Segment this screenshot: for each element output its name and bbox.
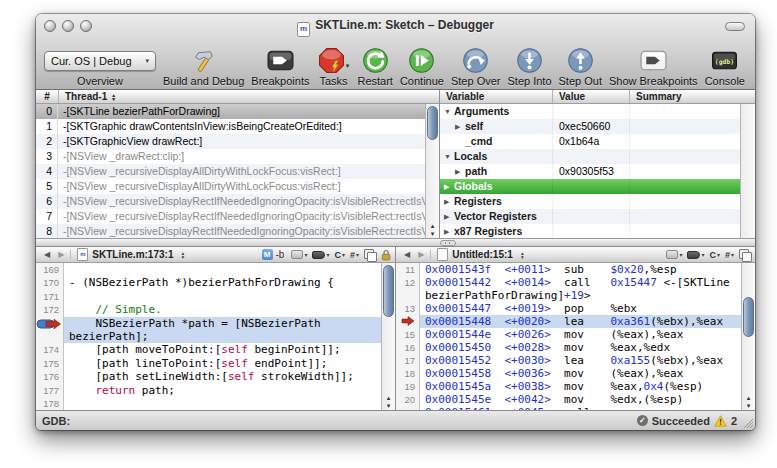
code-line[interactable]: 130x00015447 <+0019> pop %ebx xyxy=(396,302,741,315)
thread-row[interactable]: 6-[NSView _recursiveDisplayRectIfNeededI… xyxy=(36,194,425,209)
disclosure-closed-icon[interactable]: ▶ xyxy=(444,224,454,238)
line-number-gutter-cell[interactable]: 174 xyxy=(36,343,64,356)
code-line[interactable]: 160x00015450 <+0028> mov %eax,%edx xyxy=(396,341,741,354)
code-line[interactable]: 178 xyxy=(36,397,381,410)
line-number-gutter-cell[interactable]: 11 xyxy=(396,263,420,276)
line-number-gutter-cell[interactable] xyxy=(36,330,64,343)
source-editor[interactable]: 169170- (NSBezierPath *)bezierPathForDra… xyxy=(36,263,396,410)
line-number-gutter-cell[interactable]: 176 xyxy=(36,370,64,383)
horizontal-splitter[interactable] xyxy=(36,238,755,247)
scroll-down-arrow[interactable]: ▾ xyxy=(431,230,435,238)
variable-row[interactable]: ▼Locals xyxy=(440,149,740,164)
variables-scrollbar-track[interactable] xyxy=(740,104,755,238)
bookmarks-menu-button[interactable]: ▾ xyxy=(291,250,307,259)
code-line[interactable]: 200x0001545e <+0042> mov %edx,(%esp) xyxy=(396,393,741,406)
thread-row[interactable]: 7-[NSView _recursiveDisplayRectIfNeededI… xyxy=(36,209,425,224)
line-number-gutter-cell[interactable]: 17 xyxy=(396,354,420,367)
warning-count[interactable]: 2 xyxy=(731,415,737,427)
step-into-button[interactable]: Step Into xyxy=(507,47,551,87)
tasks-button[interactable]: ▾ Tasks xyxy=(316,47,350,87)
line-number-gutter-cell[interactable]: 20 xyxy=(396,393,420,406)
disclosure-closed-icon[interactable]: ▶ xyxy=(455,119,465,134)
continue-button[interactable]: Continue xyxy=(400,47,444,87)
line-stepper[interactable]: ▴▾ xyxy=(181,251,184,259)
column-header-thread[interactable]: Thread-1 ▴▾ xyxy=(59,90,439,103)
warning-icon[interactable] xyxy=(714,415,727,427)
back-button[interactable]: ◀ xyxy=(400,250,414,259)
overview-popup[interactable]: Cur. OS | Debug▾ xyxy=(44,51,156,71)
line-number-gutter-cell[interactable]: 170 xyxy=(36,276,64,289)
code-line[interactable]: bezierPathForDrawing]+19> xyxy=(396,289,741,302)
forward-button[interactable]: ▶ xyxy=(54,250,71,259)
line-stepper[interactable]: ▴▾ xyxy=(521,251,524,259)
counterparts-menu-button[interactable]: C▾ xyxy=(334,250,345,260)
scroll-up-arrow[interactable]: ▴ xyxy=(387,394,391,402)
thread-row[interactable]: 3-[NSView _drawRect:clip:] xyxy=(36,149,425,164)
column-header-value[interactable]: Value xyxy=(553,90,630,103)
code-line[interactable]: 174 [path moveToPoint:[self beginPoint]]… xyxy=(36,343,381,356)
variable-row[interactable]: ▶Globals xyxy=(440,179,740,194)
scroll-down-arrow[interactable]: ▾ xyxy=(747,402,751,410)
counterpart-toggle-button[interactable] xyxy=(364,249,376,260)
disclosure-closed-icon[interactable]: ▶ xyxy=(444,179,454,194)
code-line[interactable]: NSBezierPath *path = [NSBezierPath xyxy=(36,317,381,330)
code-line[interactable]: 169 xyxy=(36,263,381,276)
column-header-variable[interactable]: Variable xyxy=(440,90,553,103)
disclosure-open-icon[interactable]: ▼ xyxy=(444,104,454,119)
marks-menu-button[interactable]: #▾ xyxy=(725,250,734,260)
thread-row[interactable]: 8-[NSView _recursiveDisplayRectIfNeededI… xyxy=(36,224,425,238)
code-line[interactable]: 170- (NSBezierPath *)bezierPathForDrawin… xyxy=(36,276,381,289)
source-editor-scrollbar[interactable]: ▴ ▾ xyxy=(381,263,395,410)
disassembly-editor[interactable]: 110x0001543f <+0011> sub $0x20,%esp120x0… xyxy=(396,263,755,410)
disclosure-closed-icon[interactable]: ▶ xyxy=(455,164,465,179)
console-button[interactable]: (gdb) Console xyxy=(705,47,745,87)
variable-row[interactable]: ▼Arguments xyxy=(440,104,740,119)
thread-row[interactable]: 5-[NSView _recursiveDisplayAllDirtyWithL… xyxy=(36,179,425,194)
line-number-gutter-cell[interactable]: 172 xyxy=(36,303,64,316)
variable-row[interactable]: ▶path0x90305f53 xyxy=(440,164,740,179)
variable-row[interactable]: ▶self0xec50660 xyxy=(440,119,740,134)
code-line[interactable]: 120x00015442 <+0014> call 0x15447 <-[SKT… xyxy=(396,276,741,289)
thread-row[interactable]: 2-[SKTGraphicView drawRect:] xyxy=(36,134,425,149)
scrollbar-thumb[interactable] xyxy=(743,297,754,337)
disasm-editor-scrollbar[interactable]: ▴ ▾ xyxy=(741,263,755,410)
restart-button[interactable]: Restart xyxy=(357,47,392,87)
column-header-summary[interactable]: Summary xyxy=(630,90,755,103)
scrollbar-thumb[interactable] xyxy=(383,265,394,317)
line-number-gutter-cell[interactable]: 178 xyxy=(36,397,64,410)
file-location-popup[interactable]: SKTLine.m:173:1 xyxy=(92,249,173,260)
step-out-button[interactable]: Step Out xyxy=(559,47,602,87)
code-line[interactable]: 170x00015452 <+0030> lea 0xa155(%ebx),%e… xyxy=(396,354,741,367)
disclosure-closed-icon[interactable]: ▶ xyxy=(444,194,454,209)
variable-row[interactable]: _cmd0x1b64a xyxy=(440,134,740,149)
method-popup[interactable]: -b xyxy=(276,249,285,260)
code-line[interactable]: 171 xyxy=(36,290,381,303)
code-line[interactable]: 110x0001543f <+0011> sub $0x20,%esp xyxy=(396,263,741,276)
disclosure-open-icon[interactable]: ▼ xyxy=(444,149,454,164)
breakpoints-menu-button[interactable]: ▾ xyxy=(312,251,329,259)
bookmarks-menu-button[interactable]: ▾ xyxy=(666,250,682,259)
code-line[interactable]: 180x00015458 <+0036> mov (%eax),%eax xyxy=(396,367,741,380)
line-number-gutter-cell[interactable]: 19 xyxy=(396,380,420,393)
breakpoints-button[interactable]: Breakpoints xyxy=(251,47,309,87)
file-location-popup[interactable]: Untitled:15:1 xyxy=(452,249,513,260)
thread-row[interactable]: 1-[SKTGraphic drawContentsInView:isBeing… xyxy=(36,119,425,134)
resize-grip[interactable] xyxy=(741,416,753,428)
line-number-gutter-cell[interactable]: 15 xyxy=(396,328,420,341)
forward-button[interactable]: ▶ xyxy=(414,250,431,259)
counterpart-toggle-button[interactable] xyxy=(739,249,751,260)
back-button[interactable]: ◀ xyxy=(40,250,54,259)
line-number-gutter-cell[interactable] xyxy=(396,289,420,302)
column-header-number[interactable]: # xyxy=(36,90,59,103)
line-number-gutter-cell[interactable]: 12 xyxy=(396,276,420,289)
scroll-up-arrow[interactable]: ▴ xyxy=(747,394,751,402)
breakpoint-current-line-marker[interactable] xyxy=(36,317,64,330)
line-number-gutter-cell[interactable]: 169 xyxy=(36,263,64,276)
program-counter-arrow[interactable] xyxy=(396,315,420,328)
breakpoints-menu-button[interactable]: ▾ xyxy=(687,251,704,259)
code-line[interactable]: 172 // Simple. xyxy=(36,303,381,316)
step-over-button[interactable]: Step Over xyxy=(451,47,501,87)
code-line[interactable]: 176 [path setLineWidth:[self strokeWidth… xyxy=(36,370,381,383)
variable-row[interactable]: ▶x87 Registers xyxy=(440,224,740,238)
scrollbar-thumb[interactable] xyxy=(427,106,438,140)
